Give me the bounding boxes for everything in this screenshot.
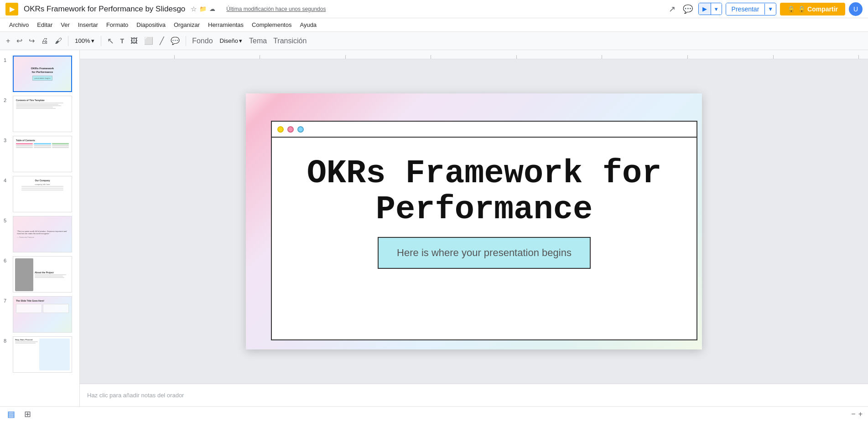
diseno-dropdown[interactable]: Diseño ▾ — [217, 36, 245, 46]
slide-thumb-wrap-5: "This is a quote worth full of wisdom. S… — [13, 216, 72, 252]
slide-number-6: 6 — [4, 256, 10, 263]
slide-item-5[interactable]: 5 "This is a quote worth full of wisdom.… — [0, 214, 79, 254]
thumb3-col-1 — [16, 143, 33, 169]
thumb2-line-3 — [16, 105, 61, 106]
slide-thumb-wrap-3: Table of Contents — [13, 136, 72, 172]
browser-content: OKRs Framework for Performance Here is w… — [272, 138, 696, 287]
slide-panel: 1 OKRs Frameworkfor Performance presenta… — [0, 50, 80, 406]
last-modified-text: Última modificación hace unos segundos — [226, 6, 326, 12]
menu-formato[interactable]: Formato — [103, 20, 132, 30]
browser-tab-bar — [272, 122, 696, 138]
bottom-bar: ▤ ⊞ − + — [0, 406, 868, 421]
notes-placeholder: Haz clic para añadir notas del orador — [87, 392, 184, 399]
folder-icon[interactable]: 📁 — [199, 5, 207, 12]
title-icons: ☆ 📁 ☁ — [191, 5, 215, 13]
transicion-btn[interactable]: Transición — [271, 35, 309, 47]
present-btn-group: Presentar ▼ — [726, 3, 777, 15]
text-btn[interactable]: T — [118, 36, 127, 46]
menu-insertar[interactable]: Insertar — [74, 20, 102, 30]
slide-item-7[interactable]: 7 The Slide Title Goes Here! — [0, 294, 79, 334]
zoom-out-btn[interactable]: − — [851, 410, 855, 418]
star-icon[interactable]: ☆ — [191, 5, 197, 13]
slide-thumb-8: Stop, Start, Proceed — [13, 337, 72, 372]
avatar[interactable]: U — [849, 2, 863, 16]
thumb2-line-5 — [16, 108, 56, 109]
comments-icon[interactable]: 💬 — [681, 2, 695, 16]
cloud-icon[interactable]: ☁ — [209, 5, 215, 12]
print-btn[interactable]: 🖨 — [39, 35, 51, 47]
redo-btn[interactable]: ↪ — [26, 35, 37, 47]
thumb2-line-4 — [16, 107, 53, 108]
menu-diapositiva[interactable]: Diapositiva — [133, 20, 169, 30]
slide-number-7: 7 — [4, 296, 10, 303]
tema-btn[interactable]: Tema — [247, 35, 269, 47]
slide-number-4: 4 — [4, 176, 10, 183]
thumb2-lines — [16, 103, 69, 109]
slide-item-3[interactable]: 3 Table of Contents — [0, 134, 79, 174]
share-button[interactable]: 🔒 🔒 Compartir — [780, 3, 845, 15]
menu-ver[interactable]: Ver — [57, 20, 73, 30]
slide-show-arrow-btn[interactable]: ▼ — [711, 3, 722, 15]
menu-ayuda[interactable]: Ayuda — [296, 20, 320, 30]
thumb3-cols — [16, 143, 69, 169]
slide-show-icon-btn[interactable]: ▶ — [699, 3, 711, 15]
slide-thumb-3: Table of Contents — [13, 136, 72, 172]
slide-item-6[interactable]: 6 About the Project — [0, 254, 79, 294]
document-title: OKRs Framework for Performance by Slides… — [24, 5, 185, 14]
image-btn[interactable]: 🖼 — [128, 35, 140, 47]
slide-number-2: 2 — [4, 96, 10, 103]
notes-area[interactable]: Haz clic para añadir notas del orador — [80, 384, 868, 406]
present-button[interactable]: Presentar — [726, 3, 765, 15]
diseno-arrow: ▾ — [239, 37, 242, 44]
slide-item-4[interactable]: 4 Our Company company info here — [0, 174, 79, 214]
zoom-dropdown[interactable]: 100% ▾ — [72, 36, 97, 46]
slide-number-3: 3 — [4, 136, 10, 143]
slide-canvas[interactable]: OKRs Framework for Performance Here is w… — [246, 93, 702, 349]
browser-window: OKRs Framework for Performance Here is w… — [271, 121, 697, 340]
thumb4-title: Our Company — [35, 179, 50, 182]
slide-thumb-1: OKRs Frameworkfor Performance presentati… — [14, 56, 71, 91]
toolbar-divider-2 — [101, 36, 101, 46]
zoom-in-btn[interactable]: + — [858, 410, 863, 418]
thumb2-title: Contents of This Template — [16, 99, 69, 102]
main-area: 1 OKRs Frameworkfor Performance presenta… — [0, 50, 868, 406]
slide-item-2[interactable]: 2 Contents of This Template — [0, 94, 79, 134]
comment-btn[interactable]: 💬 — [168, 35, 182, 47]
slide-thumb-2: Contents of This Template — [13, 96, 72, 132]
slide-show-btn-group: ▶ ▼ — [698, 3, 722, 15]
canvas-content: OKRs Framework for Performance Here is w… — [80, 59, 868, 384]
menu-herramientas[interactable]: Herramientas — [204, 20, 247, 30]
subtitle-box[interactable]: Here is where your presentation begins — [378, 237, 591, 269]
menu-editar[interactable]: Editar — [33, 20, 56, 30]
slide-thumb-wrap-2: Contents of This Template — [13, 96, 72, 132]
menu-archivo[interactable]: Archivo — [5, 20, 32, 30]
shape-btn[interactable]: ⬜ — [142, 35, 156, 47]
paint-format-btn[interactable]: 🖌 — [52, 35, 64, 47]
toolbar-divider-3 — [186, 36, 186, 46]
slide-main-title: OKRs Framework for Performance — [286, 156, 683, 228]
present-dropdown-btn[interactable]: ▼ — [764, 4, 776, 15]
cursor-btn[interactable]: ↖ — [105, 34, 116, 48]
fondo-btn[interactable]: Fondo — [190, 35, 215, 47]
thumb3-col-2 — [34, 143, 51, 169]
grid-view-btn[interactable]: ▤ — [5, 407, 17, 421]
line-btn[interactable]: ╱ — [157, 35, 166, 47]
slide-item-1[interactable]: 1 OKRs Frameworkfor Performance presenta… — [0, 54, 79, 94]
filmstrip-view-btn[interactable]: ⊞ — [22, 407, 33, 421]
undo-btn[interactable]: ↩ — [14, 35, 25, 47]
activity-icon[interactable]: ↗ — [667, 2, 677, 16]
bottom-right: − + — [851, 410, 863, 418]
slide-thumb-wrap-4: Our Company company info here — [13, 176, 72, 212]
menu-complementos[interactable]: Complementos — [248, 20, 295, 30]
slide-thumb-6: About the Project — [13, 257, 72, 292]
app-logo: ▶ — [5, 3, 18, 15]
slide-item-8[interactable]: 8 Stop, Start, Proceed — [0, 334, 79, 375]
subtitle-text: Here is where your presentation begins — [397, 247, 572, 258]
slide-thumb-7: The Slide Title Goes Here! — [13, 297, 72, 332]
browser-dot-blue — [297, 126, 304, 133]
thumb2-line-2 — [16, 104, 58, 105]
menu-organizar[interactable]: Organizar — [170, 20, 203, 30]
thumb4-sub: company info here — [35, 183, 50, 185]
canvas-area: OKRs Framework for Performance Here is w… — [80, 50, 868, 406]
add-slide-btn[interactable]: + — [4, 35, 12, 47]
